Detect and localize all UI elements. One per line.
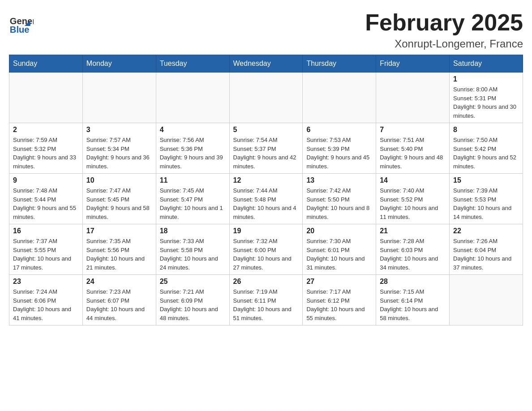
day-number: 24: [86, 278, 152, 286]
day-info: Sunrise: 7:39 AMSunset: 5:53 PMDaylight:…: [453, 186, 519, 221]
calendar-day-cell: 19Sunrise: 7:32 AMSunset: 6:00 PMDayligh…: [229, 224, 303, 275]
day-info: Sunrise: 7:24 AMSunset: 6:06 PMDaylight:…: [13, 287, 79, 322]
calendar-day-cell: [303, 73, 376, 123]
day-number: 23: [13, 278, 79, 286]
calendar-day-cell: 7Sunrise: 7:51 AMSunset: 5:40 PMDaylight…: [376, 123, 450, 174]
day-info: Sunrise: 7:15 AMSunset: 6:14 PMDaylight:…: [380, 287, 446, 322]
calendar-day-cell: 15Sunrise: 7:39 AMSunset: 5:53 PMDayligh…: [450, 174, 523, 224]
title-section: February 2025 Xonrupt-Longemer, France: [365, 9, 523, 50]
calendar-week-row: 2Sunrise: 7:59 AMSunset: 5:32 PMDaylight…: [9, 123, 523, 174]
day-number: 11: [160, 176, 226, 184]
page-title: February 2025: [365, 9, 523, 36]
day-number: 26: [233, 278, 299, 286]
day-info: Sunrise: 7:53 AMSunset: 5:39 PMDaylight:…: [306, 136, 372, 171]
header-sunday: Sunday: [9, 55, 83, 73]
day-info: Sunrise: 7:28 AMSunset: 6:03 PMDaylight:…: [380, 237, 446, 272]
calendar-day-cell: [9, 73, 83, 123]
header-saturday: Saturday: [450, 55, 523, 73]
calendar-day-cell: 6Sunrise: 7:53 AMSunset: 5:39 PMDaylight…: [303, 123, 376, 174]
day-number: 3: [86, 126, 152, 134]
day-info: Sunrise: 7:30 AMSunset: 6:01 PMDaylight:…: [306, 237, 372, 272]
day-number: 7: [380, 126, 446, 134]
logo-icon: General Blue: [9, 11, 34, 36]
calendar-day-cell: 2Sunrise: 7:59 AMSunset: 5:32 PMDaylight…: [9, 123, 83, 174]
calendar-day-cell: 3Sunrise: 7:57 AMSunset: 5:34 PMDaylight…: [82, 123, 156, 174]
calendar-day-cell: 28Sunrise: 7:15 AMSunset: 6:14 PMDayligh…: [376, 275, 450, 325]
calendar-day-cell: 25Sunrise: 7:21 AMSunset: 6:09 PMDayligh…: [156, 275, 229, 325]
calendar-week-row: 23Sunrise: 7:24 AMSunset: 6:06 PMDayligh…: [9, 275, 523, 325]
calendar-week-row: 1Sunrise: 8:00 AMSunset: 5:31 PMDaylight…: [9, 73, 523, 123]
calendar-week-row: 9Sunrise: 7:48 AMSunset: 5:44 PMDaylight…: [9, 174, 523, 224]
calendar-day-cell: 8Sunrise: 7:50 AMSunset: 5:42 PMDaylight…: [450, 123, 523, 174]
calendar-day-cell: [229, 73, 303, 123]
day-info: Sunrise: 7:48 AMSunset: 5:44 PMDaylight:…: [13, 186, 79, 221]
day-info: Sunrise: 7:33 AMSunset: 5:58 PMDaylight:…: [160, 237, 226, 272]
calendar-day-cell: 26Sunrise: 7:19 AMSunset: 6:11 PMDayligh…: [229, 275, 303, 325]
calendar-day-cell: 1Sunrise: 8:00 AMSunset: 5:31 PMDaylight…: [450, 73, 523, 123]
day-info: Sunrise: 7:35 AMSunset: 5:56 PMDaylight:…: [86, 237, 152, 272]
day-info: Sunrise: 7:40 AMSunset: 5:52 PMDaylight:…: [380, 186, 446, 221]
svg-text:Blue: Blue: [10, 25, 30, 34]
day-info: Sunrise: 7:19 AMSunset: 6:11 PMDaylight:…: [233, 287, 299, 322]
header-wednesday: Wednesday: [229, 55, 303, 73]
day-number: 10: [86, 176, 152, 184]
calendar-day-cell: [376, 73, 450, 123]
header-tuesday: Tuesday: [156, 55, 229, 73]
calendar-day-cell: 17Sunrise: 7:35 AMSunset: 5:56 PMDayligh…: [82, 224, 156, 275]
day-number: 17: [86, 227, 152, 235]
calendar-day-cell: [82, 73, 156, 123]
day-info: Sunrise: 7:59 AMSunset: 5:32 PMDaylight:…: [13, 136, 79, 171]
header-monday: Monday: [82, 55, 156, 73]
calendar-day-cell: 11Sunrise: 7:45 AMSunset: 5:47 PMDayligh…: [156, 174, 229, 224]
day-info: Sunrise: 7:26 AMSunset: 6:04 PMDaylight:…: [453, 237, 519, 272]
day-number: 1: [453, 75, 519, 83]
day-number: 2: [13, 126, 79, 134]
day-info: Sunrise: 7:47 AMSunset: 5:45 PMDaylight:…: [86, 186, 152, 221]
day-info: Sunrise: 7:50 AMSunset: 5:42 PMDaylight:…: [453, 136, 519, 171]
calendar-day-cell: 18Sunrise: 7:33 AMSunset: 5:58 PMDayligh…: [156, 224, 229, 275]
calendar-header-row: Sunday Monday Tuesday Wednesday Thursday…: [9, 55, 523, 73]
day-number: 22: [453, 227, 519, 235]
day-number: 27: [306, 278, 372, 286]
day-info: Sunrise: 7:23 AMSunset: 6:07 PMDaylight:…: [86, 287, 152, 322]
day-number: 4: [160, 126, 226, 134]
calendar-day-cell: 23Sunrise: 7:24 AMSunset: 6:06 PMDayligh…: [9, 275, 83, 325]
day-info: Sunrise: 7:32 AMSunset: 6:00 PMDaylight:…: [233, 237, 299, 272]
day-info: Sunrise: 7:17 AMSunset: 6:12 PMDaylight:…: [306, 287, 372, 322]
calendar-week-row: 16Sunrise: 7:37 AMSunset: 5:55 PMDayligh…: [9, 224, 523, 275]
calendar-day-cell: 13Sunrise: 7:42 AMSunset: 5:50 PMDayligh…: [303, 174, 376, 224]
header-friday: Friday: [376, 55, 450, 73]
calendar-day-cell: 16Sunrise: 7:37 AMSunset: 5:55 PMDayligh…: [9, 224, 83, 275]
calendar-day-cell: 27Sunrise: 7:17 AMSunset: 6:12 PMDayligh…: [303, 275, 376, 325]
day-number: 18: [160, 227, 226, 235]
calendar-day-cell: 24Sunrise: 7:23 AMSunset: 6:07 PMDayligh…: [82, 275, 156, 325]
calendar-day-cell: 20Sunrise: 7:30 AMSunset: 6:01 PMDayligh…: [303, 224, 376, 275]
day-number: 8: [453, 126, 519, 134]
day-number: 15: [453, 176, 519, 184]
day-number: 9: [13, 176, 79, 184]
day-info: Sunrise: 7:54 AMSunset: 5:37 PMDaylight:…: [233, 136, 299, 171]
day-number: 6: [306, 126, 372, 134]
day-info: Sunrise: 7:42 AMSunset: 5:50 PMDaylight:…: [306, 186, 372, 221]
calendar-day-cell: 4Sunrise: 7:56 AMSunset: 5:36 PMDaylight…: [156, 123, 229, 174]
calendar-day-cell: 14Sunrise: 7:40 AMSunset: 5:52 PMDayligh…: [376, 174, 450, 224]
page-subtitle: Xonrupt-Longemer, France: [365, 38, 523, 50]
day-number: 25: [160, 278, 226, 286]
day-info: Sunrise: 7:56 AMSunset: 5:36 PMDaylight:…: [160, 136, 226, 171]
day-number: 21: [380, 227, 446, 235]
calendar-day-cell: [156, 73, 229, 123]
day-info: Sunrise: 8:00 AMSunset: 5:31 PMDaylight:…: [453, 85, 519, 120]
calendar-day-cell: 5Sunrise: 7:54 AMSunset: 5:37 PMDaylight…: [229, 123, 303, 174]
header-thursday: Thursday: [303, 55, 376, 73]
day-number: 14: [380, 176, 446, 184]
day-info: Sunrise: 7:44 AMSunset: 5:48 PMDaylight:…: [233, 186, 299, 221]
calendar-day-cell: 10Sunrise: 7:47 AMSunset: 5:45 PMDayligh…: [82, 174, 156, 224]
calendar-day-cell: 22Sunrise: 7:26 AMSunset: 6:04 PMDayligh…: [450, 224, 523, 275]
day-number: 16: [13, 227, 79, 235]
day-number: 19: [233, 227, 299, 235]
day-number: 13: [306, 176, 372, 184]
day-info: Sunrise: 7:57 AMSunset: 5:34 PMDaylight:…: [86, 136, 152, 171]
calendar-day-cell: [450, 275, 523, 325]
logo: General Blue: [9, 9, 34, 36]
calendar-day-cell: 12Sunrise: 7:44 AMSunset: 5:48 PMDayligh…: [229, 174, 303, 224]
